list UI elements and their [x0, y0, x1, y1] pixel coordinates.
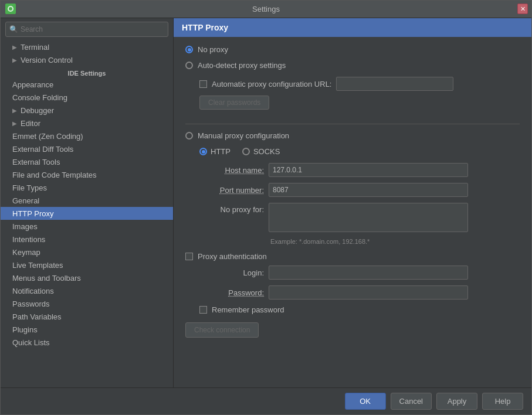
- no-proxy-for-row: No proxy for:: [199, 203, 520, 232]
- ok-button[interactable]: OK: [345, 393, 386, 410]
- auto-proxy-url-row: Automatic proxy configuration URL:: [199, 77, 520, 91]
- arrow-icon: ▶: [12, 44, 17, 50]
- settings-window: Settings ✕ 🔍 ▶ Terminal ▶ Version Contro…: [0, 0, 532, 415]
- host-name-input[interactable]: [269, 163, 468, 177]
- bottom-bar: OK Cancel Apply Help: [1, 387, 531, 414]
- sidebar-item-editor[interactable]: ▶ Editor: [1, 117, 173, 130]
- sidebar-item-emmet[interactable]: Emmet (Zen Coding): [1, 130, 173, 142]
- password-row: Password:: [199, 285, 520, 300]
- sidebar-item-menus-toolbars[interactable]: Menus and Toolbars: [1, 271, 173, 284]
- no-proxy-radio[interactable]: [185, 46, 193, 53]
- arrow-icon: ▶: [12, 120, 17, 127]
- password-label: Password:: [199, 288, 264, 297]
- panel-content: No proxy Auto-detect proxy settings Auto…: [174, 37, 531, 387]
- host-name-label: Host name:: [199, 166, 264, 175]
- sidebar-item-keymap[interactable]: Keymap: [1, 246, 173, 258]
- search-icon: 🔍: [9, 25, 18, 33]
- auto-detect-section: Automatic proxy configuration URL: Clear…: [199, 77, 520, 118]
- sidebar-item-http-proxy[interactable]: HTTP Proxy: [1, 207, 173, 220]
- auto-proxy-url-checkbox[interactable]: [199, 80, 207, 88]
- title-bar: Settings ✕: [1, 1, 531, 18]
- sidebar-item-intentions[interactable]: Intentions: [1, 233, 173, 246]
- proxy-auth-row: Proxy authentication: [185, 252, 520, 261]
- divider: [185, 124, 520, 124]
- check-connection-button[interactable]: Check connection: [185, 322, 259, 338]
- search-box: 🔍: [5, 22, 168, 37]
- close-button[interactable]: ✕: [517, 4, 528, 14]
- sidebar-item-version-control[interactable]: ▶ Version Control: [1, 53, 173, 66]
- ide-settings-header: IDE Settings: [1, 66, 173, 78]
- login-input[interactable]: [269, 266, 468, 280]
- remember-password-label: Remember password: [212, 305, 284, 314]
- main-content: 🔍 ▶ Terminal ▶ Version Control IDE Setti…: [1, 18, 531, 387]
- apply-button[interactable]: Apply: [436, 393, 477, 410]
- sidebar-item-external-tools[interactable]: External Tools: [1, 155, 173, 168]
- panel-title: HTTP Proxy: [182, 23, 228, 32]
- sidebar-item-live-templates[interactable]: Live Templates: [1, 258, 173, 271]
- port-number-label: Port number:: [199, 186, 264, 195]
- sidebar-item-notifications[interactable]: Notifications: [1, 284, 173, 297]
- example-text: Example: *.domain.com, 192.168.*: [270, 238, 520, 245]
- http-radio-group: HTTP: [199, 147, 231, 156]
- login-label: Login:: [199, 268, 264, 277]
- remember-password-checkbox[interactable]: [199, 306, 207, 314]
- manual-section: HTTP SOCKS Host name: Port: [185, 147, 520, 314]
- sidebar-item-passwords[interactable]: Passwords: [1, 297, 173, 310]
- app-icon: [5, 4, 16, 14]
- sidebar-item-appearance[interactable]: Appearance: [1, 78, 173, 91]
- manual-proxy-label[interactable]: Manual proxy configuration: [198, 131, 289, 140]
- sidebar-item-terminal[interactable]: ▶ Terminal: [1, 40, 173, 53]
- login-row: Login:: [199, 266, 520, 280]
- remember-password-row: Remember password: [199, 305, 520, 314]
- clear-passwords-button[interactable]: Clear passwords: [199, 96, 269, 110]
- proxy-auth-checkbox[interactable]: [185, 253, 193, 260]
- sidebar-item-file-types[interactable]: File Types: [1, 181, 173, 194]
- check-connection-container: Check connection: [185, 322, 520, 338]
- socks-radio[interactable]: [242, 148, 250, 155]
- cancel-button[interactable]: Cancel: [391, 393, 432, 410]
- no-proxy-label[interactable]: No proxy: [198, 45, 228, 54]
- http-radio[interactable]: [199, 148, 207, 155]
- sidebar-item-debugger[interactable]: ▶ Debugger: [1, 104, 173, 117]
- auto-detect-row: Auto-detect proxy settings: [185, 61, 520, 70]
- sidebar-item-external-diff[interactable]: External Diff Tools: [1, 142, 173, 155]
- proxy-auth-section: Proxy authentication Login: Password:: [185, 252, 520, 314]
- sidebar-item-general[interactable]: General: [1, 194, 173, 207]
- right-panel: HTTP Proxy No proxy Auto-detect proxy se…: [174, 18, 531, 387]
- sidebar-item-console-folding[interactable]: Console Folding: [1, 91, 173, 104]
- auto-proxy-url-label: Automatic proxy configuration URL:: [212, 80, 331, 89]
- auto-detect-label[interactable]: Auto-detect proxy settings: [198, 61, 286, 70]
- socks-label[interactable]: SOCKS: [253, 147, 280, 156]
- left-panel: 🔍 ▶ Terminal ▶ Version Control IDE Setti…: [1, 18, 174, 387]
- password-input[interactable]: [269, 285, 468, 300]
- help-button[interactable]: Help: [482, 393, 523, 410]
- host-name-row: Host name:: [199, 163, 520, 177]
- no-proxy-for-input[interactable]: [269, 203, 468, 232]
- socks-radio-group: SOCKS: [242, 147, 280, 156]
- window-title: Settings: [252, 5, 280, 13]
- port-number-row: Port number:: [199, 183, 520, 197]
- proxy-auth-label: Proxy authentication: [198, 252, 267, 261]
- auto-detect-radio[interactable]: [185, 62, 193, 69]
- sidebar-item-path-variables[interactable]: Path Variables: [1, 310, 173, 323]
- sidebar-item-quick-lists[interactable]: Quick Lists: [1, 336, 173, 349]
- arrow-icon: ▶: [12, 57, 17, 63]
- svg-point-2: [9, 7, 12, 11]
- sidebar-item-plugins[interactable]: Plugins: [1, 323, 173, 336]
- port-number-input[interactable]: [269, 183, 468, 197]
- sidebar-item-file-code-templates[interactable]: File and Code Templates: [1, 168, 173, 181]
- auto-proxy-url-input[interactable]: [336, 77, 453, 91]
- manual-proxy-radio[interactable]: [185, 132, 193, 140]
- search-input[interactable]: [21, 25, 164, 33]
- arrow-icon: ▶: [12, 107, 17, 114]
- http-label[interactable]: HTTP: [211, 147, 231, 156]
- no-proxy-for-label: No proxy for:: [199, 203, 264, 214]
- manual-proxy-row: Manual proxy configuration: [185, 131, 520, 140]
- panel-header: HTTP Proxy: [174, 18, 531, 37]
- no-proxy-row: No proxy: [185, 45, 520, 54]
- tree-area: ▶ Terminal ▶ Version Control IDE Setting…: [1, 40, 173, 387]
- sidebar-item-images[interactable]: Images: [1, 220, 173, 233]
- proxy-type-row: HTTP SOCKS: [199, 147, 520, 156]
